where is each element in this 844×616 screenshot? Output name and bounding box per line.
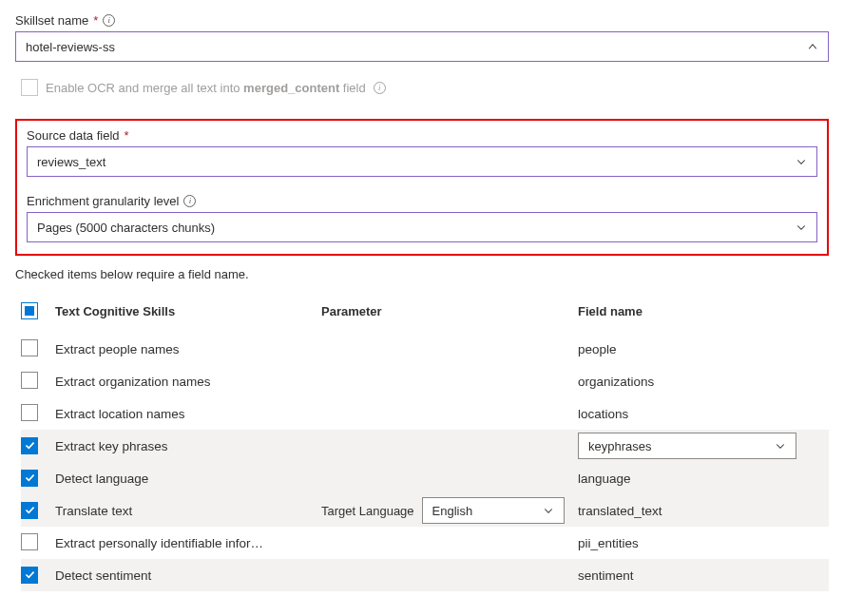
skill-checkbox[interactable]	[21, 567, 38, 584]
skill-row: Extract key phraseskeyphrases	[21, 430, 829, 462]
skill-checkbox[interactable]	[21, 470, 38, 487]
field-name-cell: people	[578, 342, 815, 356]
granularity-value: Pages (5000 characters chunks)	[37, 221, 215, 235]
enable-ocr-label: Enable OCR and merge all text into merge…	[46, 81, 366, 95]
column-header-fieldname: Field name	[578, 304, 815, 318]
skill-checkbox[interactable]	[21, 404, 38, 421]
required-marker: *	[93, 13, 98, 28]
skill-row: Extract personally identifiable infor…pi…	[21, 527, 829, 559]
source-data-field-select[interactable]: reviews_text	[27, 146, 817, 177]
skill-checkbox[interactable]	[21, 339, 38, 356]
target-language-value: English	[432, 504, 473, 518]
info-icon[interactable]: i	[374, 82, 386, 94]
required-marker: *	[125, 128, 129, 143]
skillset-name-label: Skillset name * i	[15, 13, 829, 28]
target-language-select[interactable]: English	[422, 497, 565, 524]
field-name-cell: organizations	[578, 375, 815, 389]
skill-label: Extract location names	[55, 407, 321, 421]
skill-label: Detect language	[55, 472, 321, 486]
skill-parameter-cell: Target LanguageEnglish	[321, 497, 578, 524]
field-name-cell: translated_text	[578, 504, 815, 518]
skillset-name-value: hotel-reviews-ss	[26, 40, 115, 54]
highlighted-section: Source data field * reviews_text Enrichm…	[15, 119, 829, 256]
skill-label: Extract people names	[55, 342, 321, 356]
source-data-field-value: reviews_text	[37, 155, 106, 169]
chevron-down-icon	[807, 41, 818, 52]
enable-ocr-checkbox	[21, 79, 38, 96]
field-name-cell: pii_entities	[578, 536, 815, 550]
field-name-cell: keyphrases	[578, 433, 815, 459]
skillset-name-select[interactable]: hotel-reviews-ss	[15, 31, 829, 62]
field-name-cell: locations	[578, 407, 815, 421]
skill-label: Extract organization names	[55, 375, 321, 389]
skills-table: Text Cognitive Skills Parameter Field na…	[21, 295, 829, 591]
field-name-select[interactable]: keyphrases	[578, 433, 796, 459]
column-header-parameter: Parameter	[321, 304, 578, 318]
skill-label: Extract key phrases	[55, 439, 321, 453]
chevron-down-icon	[543, 505, 554, 516]
chevron-down-icon	[796, 156, 807, 167]
skill-row: Extract people namespeople	[21, 333, 829, 365]
skill-label: Translate text	[55, 504, 321, 518]
field-name-value: keyphrases	[588, 439, 651, 453]
chevron-down-icon	[796, 221, 807, 233]
info-icon[interactable]: i	[103, 14, 115, 27]
skill-checkbox[interactable]	[21, 533, 38, 550]
select-all-checkbox[interactable]	[21, 302, 38, 319]
info-icon[interactable]: i	[183, 195, 196, 207]
checked-items-hint: Checked items below require a field name…	[15, 267, 829, 281]
skill-row: Translate textTarget LanguageEnglishtran…	[21, 494, 829, 527]
chevron-down-icon	[775, 440, 786, 452]
skill-checkbox[interactable]	[21, 437, 38, 454]
enable-ocr-row: Enable OCR and merge all text into merge…	[21, 79, 829, 96]
skill-row: Extract organization namesorganizations	[21, 365, 829, 397]
skill-row: Extract location nameslocations	[21, 397, 829, 430]
skill-label: Detect sentiment	[55, 568, 321, 583]
skill-row: Detect languagelanguage	[21, 462, 829, 494]
granularity-select[interactable]: Pages (5000 characters chunks)	[27, 212, 817, 242]
skill-label: Extract personally identifiable infor…	[55, 536, 321, 550]
field-name-cell: language	[578, 472, 815, 486]
skill-checkbox[interactable]	[21, 372, 38, 389]
target-language-label: Target Language	[321, 504, 414, 518]
granularity-label: Enrichment granularity level i	[27, 194, 817, 208]
column-header-skill: Text Cognitive Skills	[55, 304, 321, 318]
source-data-field-label: Source data field *	[27, 128, 817, 143]
skills-table-header: Text Cognitive Skills Parameter Field na…	[21, 295, 829, 327]
field-name-cell: sentiment	[578, 568, 815, 583]
skill-checkbox[interactable]	[21, 502, 38, 519]
skill-row: Detect sentimentsentiment	[21, 559, 829, 591]
